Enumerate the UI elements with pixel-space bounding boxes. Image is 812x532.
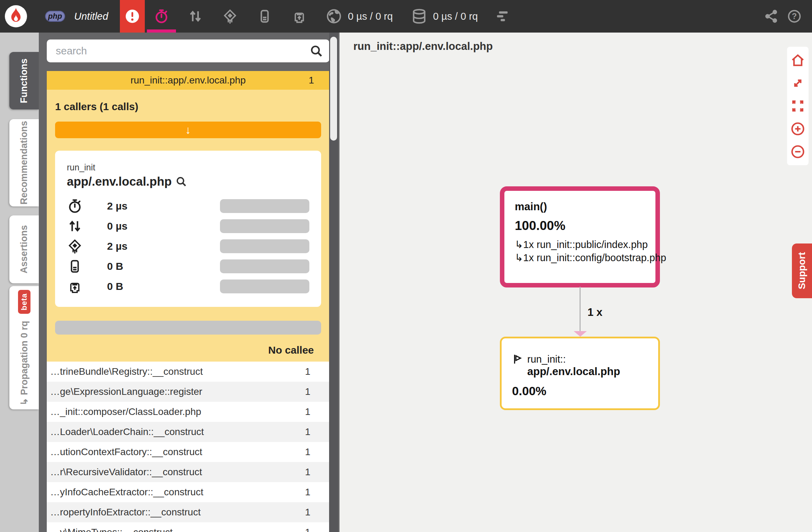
- network-bar: [220, 280, 309, 293]
- call-count: 1: [305, 487, 310, 498]
- beta-badge: beta: [18, 290, 30, 314]
- function-list: …trineBundle\Registry::__construct 1 …ge…: [47, 362, 329, 532]
- zoom-out-icon: [790, 144, 805, 159]
- recommendations-alert-button[interactable]: [120, 0, 145, 33]
- sql-queries-stat[interactable]: 0 µs / 0 rq: [402, 0, 487, 33]
- zoom-out-button[interactable]: [787, 140, 809, 163]
- selected-function-count: 1: [309, 75, 329, 86]
- function-list-row[interactable]: …_init::composer/ClassLoader.php 1: [47, 402, 329, 422]
- graph-node-selected[interactable]: run_init:: app/.env.local.php 0.00%: [500, 337, 660, 410]
- search-input[interactable]: [47, 45, 309, 57]
- function-detail-section: 1 callers (1 calls) ↓ run_init app/.env.…: [47, 90, 329, 362]
- share-button[interactable]: [760, 0, 783, 33]
- http-requests-stat[interactable]: 0 µs / 0 rq: [317, 0, 402, 33]
- fullscreen-button[interactable]: [787, 95, 809, 117]
- tab-recommendations[interactable]: Recommendations: [9, 119, 39, 206]
- cpu-time-bar: [220, 239, 309, 253]
- function-namespace: run_init: [67, 162, 309, 172]
- graph-edge: [580, 287, 581, 332]
- graph-node-main[interactable]: main() 100.00% ↳1x run_init::public/inde…: [500, 186, 660, 287]
- home-icon: [790, 53, 805, 68]
- cpu-time-dimension-button[interactable]: [213, 0, 247, 33]
- support-label: Support: [796, 252, 807, 289]
- function-list-row[interactable]: …trineBundle\Registry::__construct 1: [47, 362, 329, 382]
- node-selected-file: app/.env.local.php: [512, 365, 648, 378]
- function-list-row[interactable]: …ropertyInfoExtractor::__construct 1: [47, 502, 329, 522]
- metric-row-io-time: 0 µs: [67, 216, 309, 236]
- search-icon[interactable]: [309, 44, 323, 58]
- call-count: 1: [305, 507, 310, 518]
- wall-time-dimension-button[interactable]: [145, 0, 178, 33]
- function-name: …y\MimeTypes::__construct: [50, 527, 298, 532]
- metric-row-network: 0 B: [67, 276, 309, 296]
- node-main-percent: 100.00%: [515, 219, 645, 233]
- wall-time-value: 2 µs: [107, 200, 176, 212]
- tab-recommendations-label: Recommendations: [19, 121, 29, 205]
- network-dimension-button[interactable]: [282, 0, 317, 33]
- call-count: 1: [305, 406, 310, 417]
- function-list-row[interactable]: …utionContextFactory::__construct 1: [47, 442, 329, 462]
- node-main-name: main(): [515, 201, 645, 213]
- function-list-row[interactable]: …Loader\LoaderChain::__construct 1: [47, 422, 329, 442]
- memory-value: 0 B: [107, 260, 176, 272]
- fit-view-button[interactable]: [787, 72, 809, 95]
- selected-function-row[interactable]: run_init::app/.env.local.php 1: [47, 71, 329, 90]
- memory-bar: [220, 259, 309, 273]
- network-value: 0 B: [107, 281, 176, 292]
- support-button[interactable]: Support: [792, 243, 812, 298]
- panel-scrollbar[interactable]: [329, 33, 338, 532]
- call-graph-canvas[interactable]: run_init::app/.env.local.php: [339, 33, 812, 532]
- function-name: …yInfoCacheExtractor::__construct: [50, 487, 298, 498]
- metric-row-cpu-time: 2 µs: [67, 236, 309, 256]
- network-icon: [291, 8, 307, 24]
- reset-view-button[interactable]: [787, 49, 809, 72]
- blackfire-logo[interactable]: [5, 5, 27, 27]
- zoom-in-button[interactable]: [787, 117, 809, 140]
- function-list-row[interactable]: …r\RecursiveValidator::__construct 1: [47, 462, 329, 482]
- tab-functions[interactable]: Functions: [9, 52, 39, 109]
- flame-icon: [5, 5, 27, 27]
- tab-propagation[interactable]: ↳ Propagation 0 rq beta: [9, 286, 39, 409]
- function-name: …utionContextFactory::__construct: [50, 446, 298, 458]
- io-time-bar: [220, 219, 309, 233]
- down-arrow-icon: ↓: [185, 124, 191, 136]
- function-name: …_init::composer/ClassLoader.php: [50, 406, 298, 417]
- tab-propagation-label: ↳ Propagation 0 rq: [19, 321, 30, 406]
- tab-assertions-label: Assertions: [19, 225, 29, 274]
- function-name: …Loader\LoaderChain::__construct: [50, 426, 298, 437]
- help-button[interactable]: ?: [783, 0, 806, 33]
- http-stat-value: 0 µs / 0 rq: [348, 11, 393, 22]
- graph-edge-arrowhead: [574, 331, 587, 337]
- timeline-bars-icon: [494, 8, 510, 24]
- node-main-callee: ↳1x run_init::config/bootstrap.php: [515, 251, 645, 264]
- function-name: …ge\ExpressionLanguage::register: [50, 386, 298, 397]
- sql-stat-value: 0 µs / 0 rq: [433, 11, 478, 22]
- stopwatch-icon: [153, 8, 169, 24]
- call-count: 1: [305, 366, 310, 377]
- callee-placeholder-bar: [55, 321, 321, 335]
- function-name: …ropertyInfoExtractor::__construct: [50, 507, 298, 518]
- function-list-row[interactable]: …ge\ExpressionLanguage::register 1: [47, 382, 329, 402]
- callers-header: 1 callers (1 calls): [47, 90, 329, 113]
- no-callee-label: No callee: [47, 335, 329, 356]
- function-list-row[interactable]: …y\MimeTypes::__construct 1: [47, 522, 329, 532]
- graph-title: run_init::app/.env.local.php: [353, 40, 493, 53]
- profile-title[interactable]: Untitled: [74, 11, 108, 22]
- caller-direction-button[interactable]: ↓: [55, 122, 321, 138]
- tab-assertions[interactable]: Assertions: [9, 215, 39, 283]
- wall-time-bar: [220, 199, 309, 213]
- function-card: run_init app/.env.local.php 2: [55, 151, 321, 307]
- io-arrows-icon: [187, 8, 203, 24]
- function-list-row[interactable]: …yInfoCacheExtractor::__construct 1: [47, 482, 329, 502]
- timeline-button[interactable]: [487, 0, 518, 33]
- panel-scrollbar-thumb[interactable]: [330, 37, 337, 141]
- zoom-in-icon: [790, 121, 805, 136]
- node-selected-prefix: run_init::: [527, 354, 566, 365]
- cpu-time-value: 2 µs: [107, 240, 176, 252]
- memory-dimension-button[interactable]: [247, 0, 282, 33]
- io-time-dimension-button[interactable]: [178, 0, 213, 33]
- inspect-function-icon[interactable]: [175, 176, 187, 187]
- globe-icon: [326, 8, 342, 25]
- cpu-icon: [67, 238, 83, 254]
- io-arrows-icon: [67, 218, 83, 234]
